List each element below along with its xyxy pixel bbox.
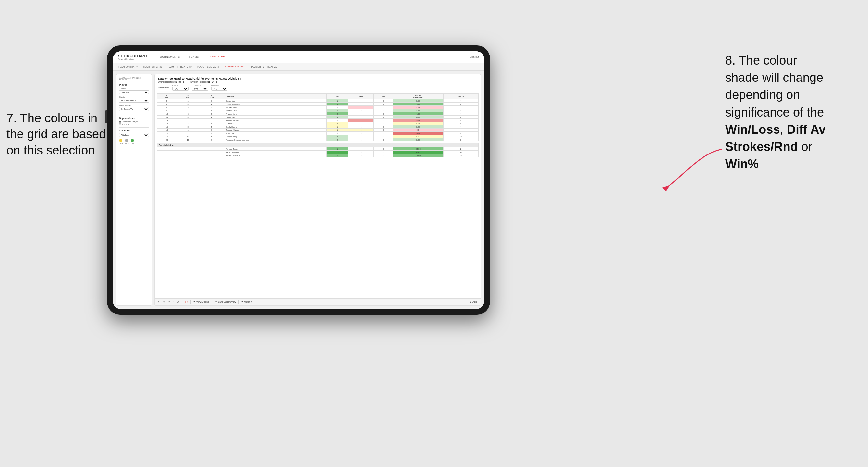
nav-tournaments[interactable]: TOURNAMENTS — [157, 55, 181, 59]
arrow-right-svg — [660, 146, 725, 195]
copy-icon[interactable]: ⎘ — [173, 301, 174, 304]
opponent-view-title: Opponent view — [119, 117, 149, 119]
panel-title: Katelyn Vo Head-to-Head Grid for Women's… — [158, 77, 477, 80]
save-custom-btn[interactable]: 💾 Save Custom View — [215, 301, 236, 304]
nav-team-h2h-grid[interactable]: TEAM H2H GRID — [143, 66, 162, 68]
filter-region: Region (All) — [172, 84, 188, 91]
redo-icon[interactable]: ↪ — [163, 301, 165, 304]
region-select[interactable]: (All) — [172, 87, 188, 91]
tablet-screen: SCOREBOARD Powered by clippd TOURNAMENTS… — [113, 51, 484, 309]
colour-dot-down — [119, 139, 122, 142]
player-rank-select[interactable]: 8. Katelyn Vo — [119, 107, 149, 111]
sidebar-divider-2 — [119, 127, 149, 128]
table-row: 15 8 5 Stella Cheng 1 1 0 1.25 4 — [157, 125, 478, 128]
table-row: 9 1 4 Sharon Mun 1 0 0 3.67 3 — [157, 109, 478, 112]
panel-table-area: #Div #Reg #Conf Opponent Win Loss Tie Di… — [155, 93, 480, 298]
th-opponent: Opponent — [224, 94, 327, 99]
main-content: Last Updated: 27/03/2024 16:55:38 Player… — [113, 71, 484, 309]
sidebar-divider-1 — [119, 115, 149, 115]
radio-label-top100: Top 100 — [122, 123, 129, 125]
table-row: 19 10 6 Emily Chang 4 1 0 0.30 11 — [157, 135, 478, 138]
logo-sub: Powered by clippd — [118, 58, 147, 60]
table-row: 18 2 2 Euna Lee 0 0 0 -5.00 2 — [157, 132, 478, 135]
nav-player-summary[interactable]: PLAYER SUMMARY — [197, 66, 219, 68]
tablet-frame: SCOREBOARD Powered by clippd TOURNAMENTS… — [107, 45, 490, 315]
nav-sign-in[interactable]: Sign out — [469, 56, 479, 58]
second-nav: TEAM SUMMARY TEAM H2H GRID TEAM H2H HEAT… — [113, 63, 484, 71]
panel-header: Katelyn Vo Head-to-Head Grid for Women's… — [155, 74, 480, 93]
watch-btn[interactable]: 👁 Watch ▾ — [241, 301, 252, 304]
colour-dots — [119, 139, 149, 142]
colour-dot-up — [131, 139, 134, 142]
right-panel: Katelyn Vo Head-to-Head Grid for Women's… — [154, 74, 481, 306]
share-btn[interactable]: ⤴ Share — [470, 301, 477, 303]
label-down: Down — [119, 143, 123, 145]
nav-player-h2h-heatmap[interactable]: PLAYER H2H HEATMAP — [251, 66, 279, 68]
nav-teams[interactable]: TEAMS — [188, 55, 200, 59]
colour-by-title: Colour by — [119, 129, 149, 132]
th-rounds: Rounds — [443, 94, 478, 99]
nav-player-h2h-grid[interactable]: PLAYER H2H GRID — [224, 65, 246, 68]
nav-team-h2h-heatmap[interactable]: TEAM H2H HEATMAP — [167, 66, 191, 68]
radio-group: Opponents Played Top 100 — [119, 121, 149, 125]
filter-opponent: Opponent (All) — [211, 84, 227, 91]
out-of-division-header: Out of division — [157, 144, 478, 147]
annotation-right: 8. The colour shade will change dependin… — [725, 52, 862, 173]
th-diff-av: Diff AvStrokes/Rnd — [393, 94, 443, 99]
table-row: 11 5 2 Heejo Hyun 1 0 0 3.33 3 — [157, 116, 478, 119]
colour-labels: Down Level Up — [119, 143, 149, 145]
paste-icon[interactable]: ⊕ — [177, 301, 179, 304]
logo-area: SCOREBOARD Powered by clippd — [118, 54, 147, 60]
view-original-btn[interactable]: 👁 View: Original — [193, 301, 209, 303]
th-loss: Loss — [348, 94, 374, 99]
table-row: 20 11 7 Federica Domecq Lacroze 2 1 0 1.… — [157, 138, 478, 142]
nav-team-summary[interactable]: TEAM SUMMARY — [118, 66, 138, 68]
panel-filters: Opponents: Region (All) Conference (All) — [158, 84, 477, 91]
watch-icon: 👁 — [241, 301, 244, 303]
radio-dot-top100 — [119, 123, 121, 125]
label-up: Up — [132, 143, 134, 145]
undo2-icon[interactable]: ↩ — [168, 301, 170, 304]
nav-committee[interactable]: COMMITTEE — [207, 55, 226, 59]
toolbar-sep-4 — [239, 300, 239, 304]
gender-label: Gender — [119, 88, 149, 90]
table-row: 6 3 3 Sydney Kuo 0 1 0 -1.00 — [157, 106, 478, 109]
table-header-row: #Div #Reg #Conf Opponent Win Loss Tie Di… — [157, 94, 478, 99]
annotation-left: 7. The colours in the grid are based on … — [6, 110, 117, 158]
toolbar-sep-2 — [190, 300, 191, 304]
radio-dot-opponents — [119, 121, 121, 123]
table-row: 13 1 1 Jessica Huang 0 1 0 -3.00 2 — [157, 119, 478, 122]
label-level: Level — [125, 143, 129, 145]
table-row: 14 7 4 Eunice Yi 2 2 0 0.38 9 — [157, 122, 478, 125]
toolbar-sep-1 — [182, 300, 182, 304]
logo-text: SCOREBOARD — [118, 54, 147, 58]
division-select[interactable]: NCAA Division III — [119, 99, 149, 102]
out-of-division-row: NCAA Division 2 5 0 0 7.400 10 — [157, 154, 478, 157]
gender-select[interactable]: Women's — [119, 90, 149, 94]
filter-conference: Conference (All) — [192, 84, 208, 91]
th-reg: #Reg — [177, 94, 199, 99]
left-sidebar: Last Updated: 27/03/2024 16:55:38 Player… — [116, 74, 152, 306]
conference-select[interactable]: (All) — [192, 87, 208, 91]
division-record: Division Record: 331 - 34 - 6 — [190, 81, 217, 83]
th-tie: Tie — [374, 94, 393, 99]
out-of-division-row: NAIA Division 1 15 0 0 9.267 30 — [157, 151, 478, 154]
undo-icon[interactable]: ↩ — [158, 301, 160, 304]
colour-dot-level — [125, 139, 128, 142]
table-row: 5 2 2 Alexis Sudjianto 1 0 0 4.00 3 — [157, 102, 478, 106]
radio-top100[interactable]: Top 100 — [119, 123, 149, 125]
radio-opponents-played[interactable]: Opponents Played — [119, 121, 149, 123]
clock-icon[interactable]: ⏰ — [185, 301, 188, 304]
panel-records: Overall Record: 353 - 34 - 6 Division Re… — [158, 81, 477, 83]
division-label: Division — [119, 96, 149, 98]
opponent-select[interactable]: (All) — [211, 87, 227, 91]
overall-record: Overall Record: 353 - 34 - 6 — [158, 81, 184, 83]
colour-by-select[interactable]: Win/loss — [119, 133, 149, 137]
table-row: 16 1 1 Jessica Mason 1 2 0 -0.94 — [157, 128, 478, 132]
bottom-toolbar: ↩ ↪ ↩ ⎘ ⊕ ⏰ 👁 View: Original 💾 Sav — [155, 298, 480, 305]
data-table: #Div #Reg #Conf Opponent Win Loss Tie Di… — [157, 93, 478, 157]
radio-label-opponents: Opponents Played — [122, 121, 138, 123]
opponents-label: Opponents: — [158, 87, 169, 89]
table-row: 10 6 3 Andrea York 2 0 0 4.00 4 — [157, 112, 478, 116]
player-rank-label: Player (Rank) — [119, 104, 149, 106]
